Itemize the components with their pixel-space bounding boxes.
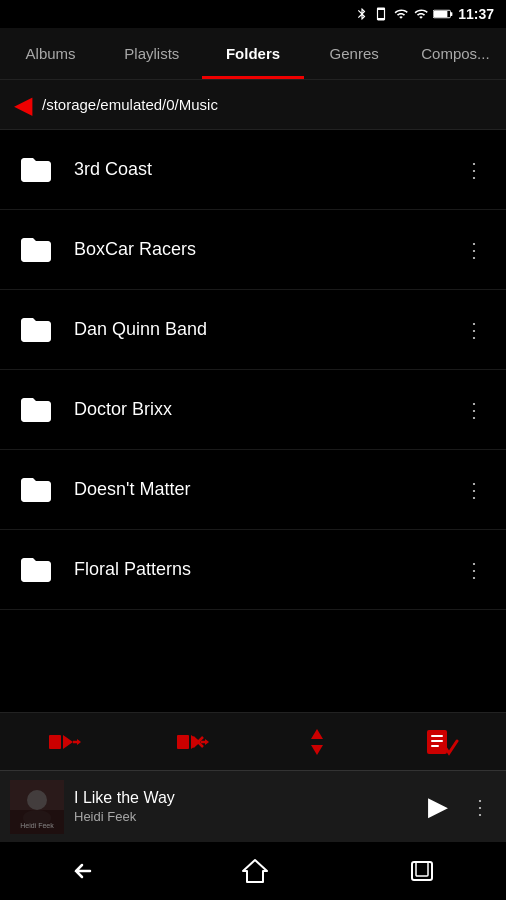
main-content: Albums Playlists Folders Genres Compos..… — [0, 28, 506, 900]
svg-point-20 — [27, 790, 47, 810]
folder-icon-5 — [14, 548, 58, 592]
svg-marker-24 — [243, 860, 267, 882]
svg-rect-26 — [416, 862, 428, 876]
phone-icon — [374, 7, 388, 21]
svg-text:Heidi Feek: Heidi Feek — [20, 822, 54, 829]
folder-list-inner: 3rd Coast ⋮ BoxCar Racers ⋮ Dan Quinn Ba… — [0, 130, 506, 610]
recents-nav-button[interactable] — [388, 850, 456, 892]
tab-playlists[interactable]: Playlists — [101, 28, 202, 79]
svg-marker-13 — [311, 729, 323, 739]
folder-item-3[interactable]: Doctor Brixx ⋮ — [0, 370, 506, 450]
play-button[interactable]: ▶ — [422, 785, 454, 828]
tab-composers[interactable]: Compos... — [405, 28, 506, 79]
svg-rect-18 — [431, 745, 439, 747]
folder-name-0: 3rd Coast — [74, 159, 456, 180]
folder-list: 3rd Coast ⋮ BoxCar Racers ⋮ Dan Quinn Ba… — [0, 130, 506, 712]
nav-bar — [0, 842, 506, 900]
folder-icon-1 — [14, 228, 58, 272]
svg-marker-6 — [77, 739, 81, 745]
track-title: I Like the Way — [74, 789, 412, 807]
tab-albums[interactable]: Albums — [0, 28, 101, 79]
now-playing-bar: Heidi Feek I Like the Way Heidi Feek ▶ ⋮ — [0, 770, 506, 842]
svg-rect-25 — [412, 862, 432, 880]
svg-marker-14 — [311, 745, 323, 755]
signal-icon — [414, 7, 428, 21]
more-menu-2[interactable]: ⋮ — [456, 310, 492, 350]
svg-rect-17 — [431, 740, 443, 742]
status-bar: 11:37 — [0, 0, 506, 28]
svg-rect-1 — [451, 12, 453, 16]
svg-rect-2 — [434, 11, 448, 17]
folder-item-5[interactable]: Floral Patterns ⋮ — [0, 530, 506, 610]
wifi-icon — [393, 7, 409, 21]
folder-name-2: Dan Quinn Band — [74, 319, 456, 340]
folder-item-0[interactable]: 3rd Coast ⋮ — [0, 130, 506, 210]
more-menu-5[interactable]: ⋮ — [456, 550, 492, 590]
tab-bar: Albums Playlists Folders Genres Compos..… — [0, 28, 506, 80]
svg-marker-4 — [63, 735, 73, 749]
bluetooth-icon — [355, 7, 369, 21]
folder-icon-4 — [14, 468, 58, 512]
album-art: Heidi Feek — [10, 780, 64, 834]
sort-button[interactable] — [295, 719, 339, 765]
folder-icon-2 — [14, 308, 58, 352]
svg-rect-3 — [49, 735, 61, 749]
tab-folders[interactable]: Folders — [202, 28, 303, 79]
status-icons: 11:37 — [355, 6, 494, 22]
shuffle-button[interactable] — [39, 719, 89, 765]
track-artist: Heidi Feek — [74, 809, 412, 824]
folder-item-1[interactable]: BoxCar Racers ⋮ — [0, 210, 506, 290]
more-menu-4[interactable]: ⋮ — [456, 470, 492, 510]
svg-marker-10 — [205, 739, 209, 745]
shuffle-alt-button[interactable] — [167, 719, 217, 765]
more-menu-3[interactable]: ⋮ — [456, 390, 492, 430]
breadcrumb: ◀ /storage/emulated/0/Music — [0, 80, 506, 130]
folder-item-2[interactable]: Dan Quinn Band ⋮ — [0, 290, 506, 370]
bottom-toolbar — [0, 712, 506, 770]
breadcrumb-path: /storage/emulated/0/Music — [42, 96, 218, 113]
playlist-add-button[interactable] — [417, 719, 467, 765]
folder-icon-0 — [14, 148, 58, 192]
folder-name-3: Doctor Brixx — [74, 399, 456, 420]
back-button[interactable]: ◀ — [14, 91, 32, 119]
more-menu-1[interactable]: ⋮ — [456, 230, 492, 270]
more-menu-0[interactable]: ⋮ — [456, 150, 492, 190]
svg-rect-7 — [177, 735, 189, 749]
back-nav-button[interactable] — [50, 851, 122, 891]
home-nav-button[interactable] — [221, 850, 289, 892]
tab-genres[interactable]: Genres — [304, 28, 405, 79]
folder-name-4: Doesn't Matter — [74, 479, 456, 500]
album-art-image: Heidi Feek — [10, 780, 64, 834]
svg-rect-16 — [431, 735, 443, 737]
track-info: I Like the Way Heidi Feek — [74, 789, 412, 824]
status-time: 11:37 — [458, 6, 494, 22]
folder-name-1: BoxCar Racers — [74, 239, 456, 260]
folder-name-5: Floral Patterns — [74, 559, 456, 580]
now-playing-more-button[interactable]: ⋮ — [464, 789, 496, 825]
folder-item-4[interactable]: Doesn't Matter ⋮ — [0, 450, 506, 530]
folder-icon-3 — [14, 388, 58, 432]
battery-icon — [433, 8, 453, 20]
